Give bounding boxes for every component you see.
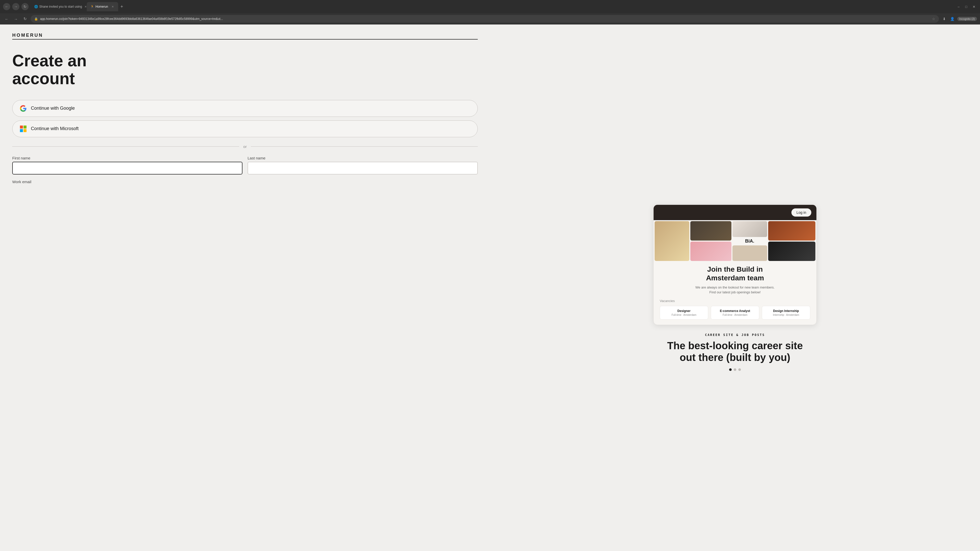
- vacancy-meta-3: Internship · Amsterdam: [765, 313, 808, 316]
- preview-images-area: BiA.: [654, 220, 816, 261]
- lock-icon: 🔒: [34, 17, 38, 21]
- heading-line1: Create an: [12, 52, 87, 70]
- first-name-label: First name: [12, 156, 242, 160]
- vacancy-card-1: Designer Full-time · Amsterdam: [660, 306, 708, 320]
- download-button[interactable]: ⬇: [941, 16, 948, 22]
- last-name-label: Last name: [248, 156, 478, 160]
- addr-back-button[interactable]: ←: [3, 15, 10, 22]
- svg-rect-2: [20, 129, 23, 132]
- carousel-dot-2[interactable]: [734, 368, 736, 371]
- preview-join-title: Join the Build in Amsterdam team: [660, 265, 810, 282]
- feature-tag: CAREER SITE & JOB POSTS: [653, 333, 817, 337]
- bottle-image: [768, 221, 815, 241]
- tab2-favicon-icon: 🏃: [90, 5, 94, 8]
- svg-rect-0: [20, 125, 23, 129]
- car-image: [690, 241, 732, 261]
- sand-image: [655, 221, 689, 261]
- bottom-content: CAREER SITE & JOB POSTS The best-looking…: [653, 333, 817, 371]
- tab-2[interactable]: 🏃 Homerun ✕: [87, 2, 118, 11]
- fashion-image: [732, 221, 767, 237]
- vacancy-card-3: Design Internship Internship · Amsterdam: [762, 306, 810, 320]
- tab1-favicon-icon: 🌐: [34, 5, 38, 8]
- carousel-dot-3[interactable]: [738, 368, 741, 371]
- work-email-label: Work email: [12, 179, 478, 184]
- back-button[interactable]: ←: [3, 3, 10, 10]
- tab-bar: 🌐 Shane invited you to start using ✕ 🏃 H…: [30, 0, 953, 13]
- preview-login-button[interactable]: Log in: [791, 208, 811, 217]
- page-heading: Create an account: [12, 52, 478, 88]
- carousel-dots: [653, 368, 817, 371]
- preview-join-desc: We are always on the lookout for new tea…: [660, 285, 810, 295]
- google-signin-button[interactable]: Continue with Google: [12, 100, 478, 117]
- address-bar-row: ← → ↻ 🔒 app.homerun.co/join?token=949313…: [0, 13, 980, 24]
- browser-nav: ← → ↻: [3, 3, 29, 10]
- divider-row: or: [12, 144, 478, 149]
- browser-chrome: ← → ↻ 🌐 Shane invited you to start using…: [0, 0, 980, 13]
- name-fields: First name Last name: [12, 156, 478, 175]
- abstract-image: [732, 245, 767, 261]
- svg-rect-3: [24, 129, 27, 132]
- microsoft-signin-button[interactable]: Continue with Microsoft: [12, 121, 478, 137]
- skull-image: [768, 241, 815, 261]
- join-title-line2: Amsterdam team: [706, 274, 764, 282]
- person-image: [690, 221, 732, 241]
- addr-refresh-button[interactable]: ↻: [21, 15, 29, 22]
- left-panel: HOMERUN Create an account Continue with …: [0, 24, 490, 551]
- new-tab-button[interactable]: +: [118, 3, 125, 10]
- logo: HOMERUN: [12, 33, 478, 40]
- svg-rect-1: [24, 125, 27, 129]
- minimize-button[interactable]: –: [956, 3, 962, 10]
- forward-button[interactable]: →: [12, 3, 19, 10]
- first-name-input[interactable]: [12, 162, 242, 175]
- tab1-title: Shane invited you to start using: [39, 5, 82, 8]
- divider-right: [251, 146, 478, 147]
- first-name-group: First name: [12, 156, 242, 175]
- last-name-group: Last name: [248, 156, 478, 175]
- vacancy-cards: Designer Full-time · Amsterdam E-commerc…: [660, 306, 810, 320]
- profile-button[interactable]: 👤: [949, 16, 956, 22]
- microsoft-btn-label: Continue with Microsoft: [31, 126, 79, 131]
- tab2-close-icon[interactable]: ✕: [110, 5, 115, 9]
- address-field[interactable]: 🔒 app.homerun.co/join?token=94931346e1a9…: [30, 15, 939, 23]
- join-title-line1: Join the Build in: [707, 265, 763, 273]
- preview-center-content: Join the Build in Amsterdam team We are …: [654, 261, 816, 324]
- preview-img-col-4: [768, 221, 815, 261]
- auth-buttons: Continue with Google Continue with Micro…: [12, 100, 478, 137]
- window-controls: – □ ✕: [956, 3, 977, 10]
- google-btn-label: Continue with Google: [31, 106, 75, 111]
- tab1-close-icon[interactable]: ✕: [84, 5, 87, 9]
- preview-header: Log in: [654, 205, 816, 220]
- right-panel: Log in BiA.: [490, 24, 980, 551]
- vacancy-title-1: Designer: [662, 309, 705, 313]
- heading-line2: account: [12, 69, 75, 88]
- preview-img-col-3: BiA.: [732, 221, 767, 261]
- vacancy-title-3: Design Internship: [765, 309, 808, 313]
- feature-headline-line2: out there (built by you): [679, 352, 790, 363]
- brand-initial: BiA.: [745, 238, 754, 244]
- join-desc-text: We are always on the lookout for new tea…: [695, 286, 775, 294]
- vacancy-card-2: E-commerce Analyst Full-time · Amsterdam: [711, 306, 759, 320]
- last-name-input[interactable]: [248, 162, 478, 175]
- page-layout: HOMERUN Create an account Continue with …: [0, 24, 980, 551]
- carousel-dot-1[interactable]: [729, 368, 732, 371]
- preview-img-col-1: [655, 221, 689, 261]
- tab2-title: Homerun: [95, 5, 108, 8]
- google-icon: [20, 105, 27, 112]
- divider-text: or: [243, 144, 247, 149]
- addr-icons: ⬇ 👤 Incognito (2): [941, 16, 977, 22]
- feature-headline: The best-looking career site out there (…: [653, 340, 817, 363]
- refresh-button[interactable]: ↻: [21, 3, 29, 10]
- maximize-button[interactable]: □: [963, 3, 969, 10]
- incognito-badge: Incognito (2): [957, 17, 977, 21]
- vacancy-title-2: E-commerce Analyst: [714, 309, 756, 313]
- divider-left: [12, 146, 239, 147]
- preview-img-col-2: [690, 221, 732, 261]
- address-text: app.homerun.co/join?token=94931346e1a99c…: [40, 17, 930, 21]
- addr-forward-button[interactable]: →: [12, 15, 19, 22]
- vacancies-label: Vacancies: [660, 299, 810, 303]
- bookmark-star-icon[interactable]: ☆: [932, 17, 935, 21]
- vacancy-meta-1: Full-time · Amsterdam: [662, 313, 705, 316]
- tab-1[interactable]: 🌐 Shane invited you to start using ✕: [30, 2, 87, 11]
- feature-headline-line1: The best-looking career site: [667, 340, 803, 351]
- close-window-button[interactable]: ✕: [971, 3, 977, 10]
